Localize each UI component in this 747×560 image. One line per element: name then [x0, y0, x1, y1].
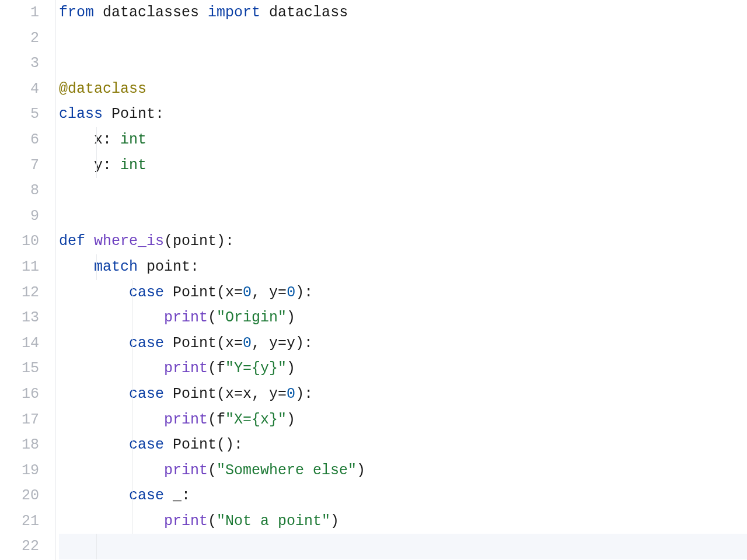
string-literal: "X={x}"	[225, 411, 287, 428]
punctuation: , y=y):	[252, 335, 313, 352]
code-line[interactable]: @dataclass	[59, 76, 747, 102]
punctuation: )	[287, 309, 295, 326]
type-annotation: int	[120, 157, 146, 174]
punctuation: (f	[208, 411, 225, 428]
code-line[interactable]: print("Not a point")	[59, 509, 747, 534]
code-line[interactable]: from dataclasses import dataclass	[59, 0, 747, 26]
punctuation: ():	[217, 436, 243, 453]
string-literal: "Origin"	[217, 309, 287, 326]
code-line[interactable]: def where_is(point):	[59, 229, 747, 254]
code-line[interactable]: case Point():	[59, 432, 747, 458]
line-number: 4	[0, 76, 39, 102]
punctuation: (x=	[217, 284, 243, 301]
function-call: print	[164, 411, 208, 428]
module-name: dataclasses	[103, 4, 199, 21]
punctuation: ):	[295, 386, 313, 402]
string-literal: "Y={y}"	[225, 360, 287, 377]
code-line[interactable]: case Point(x=x, y=0):	[59, 382, 747, 407]
code-line[interactable]: print("Somewhere else")	[59, 458, 747, 484]
pattern-class: Point	[173, 284, 217, 301]
keyword-case: case	[129, 436, 164, 453]
line-number: 1	[0, 0, 39, 26]
function-call: print	[164, 513, 208, 530]
keyword-case: case	[129, 335, 164, 352]
punctuation: (x=	[217, 335, 243, 352]
code-line[interactable]	[59, 51, 747, 76]
punctuation: (f	[208, 360, 225, 377]
line-number: 14	[0, 331, 39, 356]
code-line[interactable]: class Point:	[59, 102, 747, 127]
punctuation: :	[190, 258, 199, 275]
code-editor[interactable]: 1 2 3 4 5 6 7 8 9 10 11 12 13 14 15 16 1…	[0, 0, 747, 560]
punctuation: )	[330, 513, 339, 530]
number-literal: 0	[243, 335, 252, 352]
code-line[interactable]: x: int	[59, 127, 747, 153]
line-number: 2	[0, 26, 39, 51]
punctuation: , y=	[252, 284, 287, 301]
function-call: print	[164, 462, 208, 479]
field-name: x	[94, 131, 103, 148]
line-number: 6	[0, 127, 39, 153]
punctuation: (x=x, y=	[217, 386, 287, 402]
punctuation: )	[287, 360, 295, 377]
line-number: 12	[0, 280, 39, 306]
line-number: 13	[0, 305, 39, 331]
code-line[interactable]: print(f"X={x}")	[59, 407, 747, 433]
punctuation: )	[287, 411, 295, 428]
pattern-class: Point	[173, 335, 217, 352]
line-number: 15	[0, 356, 39, 382]
line-number: 11	[0, 254, 39, 280]
code-line[interactable]: print(f"Y={y}")	[59, 356, 747, 382]
code-line[interactable]: case Point(x=0, y=y):	[59, 331, 747, 356]
class-name: Point	[111, 106, 155, 123]
code-line-current[interactable]	[59, 534, 747, 559]
punctuation: :	[103, 131, 111, 148]
code-line[interactable]: print("Origin")	[59, 305, 747, 331]
line-number: 9	[0, 204, 39, 229]
punctuation: ):	[295, 284, 313, 301]
number-literal: 0	[287, 386, 295, 402]
code-line[interactable]: case Point(x=0, y=0):	[59, 280, 747, 306]
punctuation: (	[208, 309, 217, 326]
punctuation: )	[357, 462, 365, 479]
line-number: 8	[0, 178, 39, 204]
decorator: @dataclass	[59, 80, 146, 97]
keyword-match: match	[94, 258, 138, 275]
line-number-gutter: 1 2 3 4 5 6 7 8 9 10 11 12 13 14 15 16 1…	[0, 0, 56, 560]
code-line[interactable]	[59, 26, 747, 51]
line-number: 19	[0, 458, 39, 484]
string-literal: "Somewhere else"	[217, 462, 357, 479]
line-number: 3	[0, 51, 39, 76]
imported-name: dataclass	[269, 4, 348, 21]
punctuation: :	[181, 487, 190, 504]
line-number: 7	[0, 153, 39, 178]
line-number: 22	[0, 534, 39, 559]
line-number: 18	[0, 432, 39, 458]
pattern-class: Point	[173, 386, 217, 402]
code-area[interactable]: from dataclasses import dataclass @datac…	[56, 0, 747, 560]
number-literal: 0	[243, 284, 252, 301]
keyword-case: case	[129, 487, 164, 504]
line-number: 5	[0, 102, 39, 127]
code-line[interactable]	[59, 178, 747, 204]
function-name: where_is	[94, 233, 164, 250]
punctuation: :	[103, 157, 111, 174]
signature: (point):	[164, 233, 234, 250]
function-call: print	[164, 309, 208, 326]
pattern-class: Point	[173, 436, 217, 453]
function-call: print	[164, 360, 208, 377]
type-annotation: int	[120, 131, 146, 148]
code-line[interactable]: case _:	[59, 483, 747, 509]
keyword-case: case	[129, 386, 164, 402]
line-number: 10	[0, 229, 39, 254]
keyword-def: def	[59, 233, 85, 250]
match-subject: point	[146, 258, 190, 275]
code-line[interactable]: match point:	[59, 254, 747, 280]
code-line[interactable]: y: int	[59, 153, 747, 178]
code-line[interactable]	[59, 204, 747, 229]
string-literal: "Not a point"	[217, 513, 330, 530]
keyword-case: case	[129, 284, 164, 301]
punctuation: (	[208, 513, 217, 530]
line-number: 20	[0, 483, 39, 509]
number-literal: 0	[287, 284, 295, 301]
